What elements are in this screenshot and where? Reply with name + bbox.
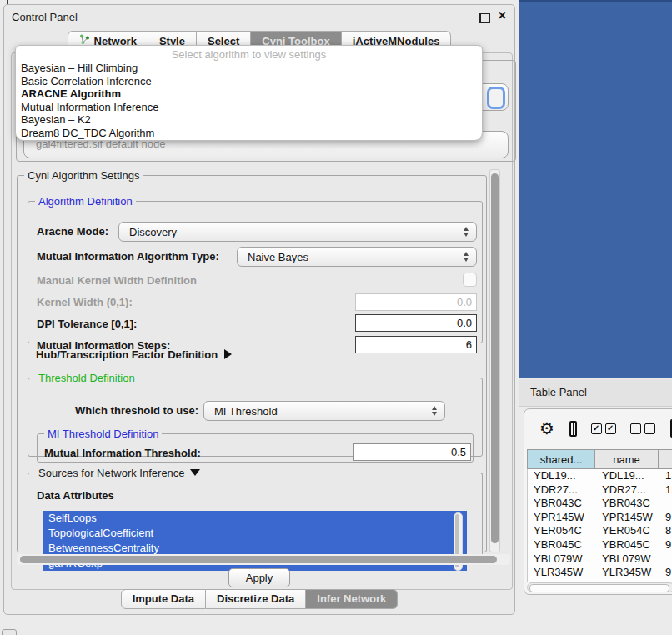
columns-icon[interactable]	[569, 421, 577, 437]
table-row[interactable]: YBL079WYBL079W	[528, 552, 672, 567]
sources-title: Sources for Network Inference	[38, 467, 185, 479]
algorithm-dropdown-popup: Select algorithm to view settings Bayesi…	[15, 45, 483, 141]
node-table: shared...name YDL19...YDL19...13YDR27...…	[527, 449, 672, 582]
stepper-icon	[428, 406, 444, 416]
table-cell: 9.	[659, 538, 672, 552]
table-cell: 9.	[659, 511, 672, 525]
table-cell: YBR045C	[528, 538, 596, 552]
mi-type-combobox[interactable]: Naive Bayes	[237, 247, 477, 267]
scrollbar-thumb[interactable]	[20, 556, 497, 563]
table-row[interactable]: YBR045CYBR045C9.	[528, 538, 672, 552]
attribute-item[interactable]: TopologicalCoefficient	[43, 526, 467, 541]
table-cell: YDL19...	[596, 469, 659, 483]
table-cell: 12	[659, 483, 672, 498]
table-horizontal-scrollbar[interactable]	[527, 582, 672, 592]
dropdown-item[interactable]: Mutual Information Inference	[16, 101, 482, 114]
mi-threshold-group-title: MI Threshold Definition	[44, 428, 162, 440]
which-threshold-value: MI Threshold	[204, 405, 428, 418]
which-threshold-combobox[interactable]: MI Threshold	[203, 401, 445, 421]
settings-group-title: Cyni Algorithm Settings	[24, 169, 143, 182]
table-cell	[659, 552, 672, 567]
network-desktop-background: GALGAL80GAL10GAL1GAL11SWI4GAL4GCY1HAP4YH…	[519, 0, 672, 378]
settings-vertical-scrollbar[interactable]	[489, 169, 500, 552]
table-cell: 9.	[659, 566, 672, 580]
cyni-bottom-tabs: Impute DataDiscretize DataInfer Network	[4, 589, 514, 609]
mi-threshold-group: MI Threshold Definition Mutual Informati…	[37, 428, 474, 462]
mi-type-value: Naive Bayes	[238, 251, 459, 263]
table-cell: YLR345W	[528, 566, 596, 580]
table-cell: YBL079W	[528, 552, 596, 567]
combo-focus-arrow-icon	[487, 87, 505, 109]
bottom-tab-infer-network[interactable]: Infer Network	[306, 589, 398, 609]
attribute-item[interactable]: SelfLoops	[43, 511, 467, 526]
dropdown-item[interactable]: Dream8 DC_TDC Algorithm	[16, 127, 482, 140]
expand-right-icon	[224, 349, 232, 359]
column-header[interactable]: shared...	[527, 449, 595, 469]
manual-kernel-label: Manual Kernel Width Definition	[37, 274, 197, 287]
column-header[interactable]: name	[595, 449, 659, 469]
dropdown-item[interactable]: ARACNE Algorithm	[16, 88, 482, 101]
which-threshold-label: Which threshold to use:	[75, 404, 198, 417]
algorithm-definition-title: Algorithm Definition	[35, 195, 136, 208]
column-header[interactable]	[659, 449, 672, 469]
table-cell: YPR145W	[528, 511, 596, 525]
dropdown-item[interactable]: Bayesian – Hill Climbing	[16, 62, 482, 75]
table-toolbar: ⚙✓✓	[524, 409, 672, 448]
table-panel-header: Table Panel	[519, 379, 672, 407]
gear-icon[interactable]: ⚙	[539, 418, 554, 438]
table-panel: ⚙✓✓ shared...name YDL19...YDL19...13YDR2…	[524, 408, 672, 595]
apply-button[interactable]: Apply	[228, 568, 290, 588]
table-cell: YDR27...	[528, 483, 596, 498]
table-cell	[659, 497, 672, 511]
aracne-mode-combobox[interactable]: Discovery	[118, 222, 477, 242]
table-cell: YBR043C	[596, 497, 659, 511]
table-row[interactable]: YDL19...YDL19...13	[528, 469, 672, 483]
table-cell: YDR27...	[596, 483, 659, 498]
screen: Control Panel ✕ NetworkStyleSelectCyni T…	[0, 0, 672, 635]
mi-threshold-field[interactable]: 0.5	[353, 443, 471, 461]
bottom-tab-discretize-data[interactable]: Discretize Data	[206, 589, 306, 609]
settings-horizontal-scrollbar[interactable]	[17, 554, 510, 565]
sources-group: Sources for Network Inference Data Attri…	[28, 467, 483, 563]
hub-definition-toggle[interactable]: Hub/Transcription Factor Definition	[36, 348, 232, 361]
table-cell: YLR345W	[596, 566, 659, 580]
table-header-row: shared...name	[527, 449, 672, 469]
sources-toggle[interactable]: Sources for Network Inference	[35, 467, 203, 479]
mi-steps-field[interactable]: 6	[355, 336, 477, 353]
checked-pair-icon[interactable]: ✓✓	[591, 423, 616, 434]
aracne-mode-value: Discovery	[119, 226, 459, 238]
table-cell: YPR145W	[596, 511, 659, 525]
float-panel-icon[interactable]	[479, 12, 490, 23]
algorithm-definition-group: Algorithm Definition Aracne Mode: Discov…	[28, 195, 483, 343]
threshold-definition-group: Threshold Definition Which threshold to …	[28, 372, 483, 457]
dpi-tolerance-label: DPI Tolerance [0,1]:	[37, 318, 137, 330]
table-row[interactable]: YDR27...YDR27...12	[528, 483, 672, 498]
dropdown-item[interactable]: Bayesian – K2	[16, 113, 482, 127]
hub-definition-label: Hub/Transcription Factor Definition	[36, 348, 218, 361]
cyni-algorithm-settings-group: Cyni Algorithm Settings Algorithm Defini…	[17, 169, 487, 552]
collapse-down-icon	[190, 469, 200, 476]
unchecked-pair-icon[interactable]	[630, 423, 655, 434]
scrollbar-thumb[interactable]	[529, 584, 669, 592]
table-cell: YBR043C	[528, 497, 596, 511]
table-rows: YDL19...YDL19...13YDR27...YDR27...12YBR0…	[527, 469, 672, 582]
close-panel-icon[interactable]: ✕	[498, 9, 507, 22]
table-row[interactable]: YPR145WYPR145W9.	[528, 511, 672, 525]
bottom-tab-impute-data[interactable]: Impute Data	[121, 589, 206, 609]
scrollbar-thumb[interactable]	[491, 173, 499, 543]
table-cell: 13	[659, 469, 672, 483]
dropdown-item[interactable]: Basic Correlation Inference	[16, 75, 482, 88]
table-cell: YBR045C	[596, 538, 659, 552]
table-row[interactable]: YLR345WYLR345W9.	[528, 566, 672, 580]
dpi-tolerance-field[interactable]: 0.0	[355, 314, 477, 332]
table-row[interactable]: YER054CYER054C8.	[528, 524, 672, 538]
table-cell: 8.	[659, 524, 672, 538]
table-cell: YER054C	[528, 524, 596, 538]
mi-type-label: Mutual Information Algorithm Type:	[37, 250, 219, 262]
kernel-width-field[interactable]: 0.0	[355, 293, 477, 311]
manual-kernel-checkbox[interactable]	[463, 272, 477, 287]
control-panel-title: Control Panel	[12, 11, 78, 23]
corner-button[interactable]	[2, 629, 17, 635]
mi-threshold-label: Mutual Information Threshold:	[44, 447, 201, 459]
table-row[interactable]: YBR043CYBR043C	[528, 497, 672, 511]
